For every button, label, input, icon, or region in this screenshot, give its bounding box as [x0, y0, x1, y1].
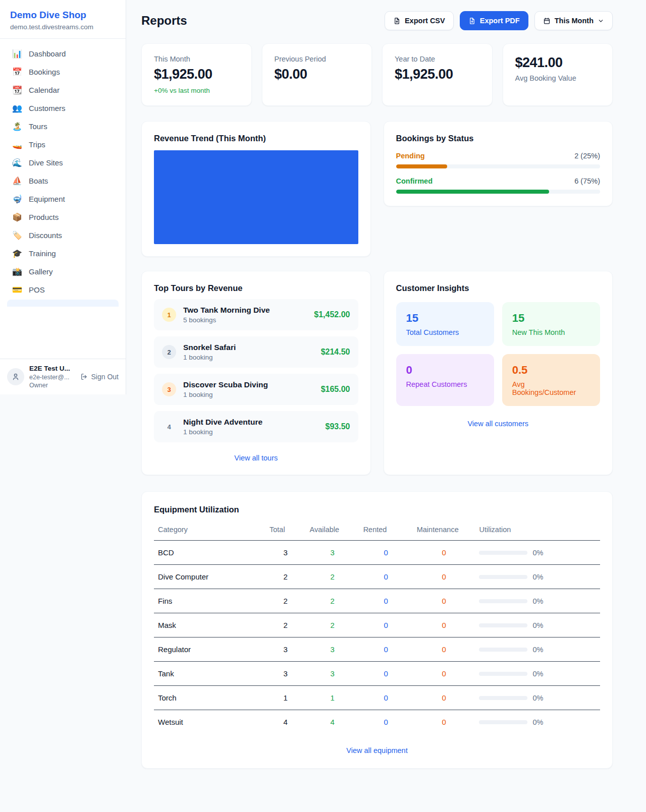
cell-total: 2 — [265, 589, 306, 613]
sidebar-item-products[interactable]: 📦 Products — [7, 209, 119, 225]
people-icon: 👥 — [12, 104, 22, 112]
stat-delta: +0% vs last month — [154, 87, 239, 94]
status-row-pending: Pending 2 (25%) — [396, 152, 601, 168]
tour-row: 3 Discover Scuba Diving 1 booking $165.0… — [154, 374, 358, 405]
sidebar-user-footer: E2E Test U... e2e-tester@... Owner Sign … — [0, 359, 126, 394]
utilization-bar — [479, 672, 527, 676]
cell-maintenance: 0 — [413, 662, 475, 686]
col-header-total: Total — [265, 523, 306, 541]
sailboat-icon: ⛵ — [12, 177, 22, 185]
cell-total: 4 — [265, 710, 306, 734]
equipment-header-row: Category Total Available Rented Maintena… — [154, 523, 600, 541]
insight-total-customers: 15 Total Customers — [396, 302, 494, 346]
user-email: e2e-tester@... — [29, 373, 75, 381]
insight-repeat-customers: 0 Repeat Customers — [396, 354, 494, 406]
tour-row: 2 Snorkel Safari 1 booking $214.50 — [154, 336, 358, 368]
view-all-equipment-link[interactable]: View all equipment — [346, 746, 407, 755]
sidebar-item-label: Trips — [29, 140, 45, 149]
stat-value: $1,925.00 — [395, 67, 480, 82]
sidebar-item-label: Dive Sites — [29, 158, 63, 167]
utilization-bar — [479, 696, 527, 700]
sidebar-item-tours[interactable]: 🏝️ Tours — [7, 118, 119, 135]
shop-domain: demo.test.divestreams.com — [10, 23, 116, 31]
bookings-by-status-title: Bookings by Status — [396, 134, 601, 143]
progress-track — [396, 190, 601, 194]
sidebar-item-equipment[interactable]: 🤿 Equipment — [7, 191, 119, 207]
charts-row: Revenue Trend (This Month) Bookings by S… — [141, 121, 613, 257]
sidebar-item-dive-sites[interactable]: 🌊 Dive Sites — [7, 154, 119, 171]
cell-maintenance: 0 — [413, 686, 475, 710]
insight-new-this-month: 15 New This Month — [502, 302, 600, 346]
insight-avg-bookings: 0.5 Avg Bookings/Customer — [502, 354, 600, 406]
user-role: Owner — [29, 381, 75, 389]
sidebar-item-reports-active[interactable] — [7, 300, 119, 307]
insight-value: 15 — [406, 312, 484, 325]
cell-category: Mask — [154, 613, 265, 637]
sidebar-item-calendar[interactable]: 📆 Calendar — [7, 82, 119, 98]
stat-label: This Month — [154, 55, 239, 63]
col-header-maintenance: Maintenance — [413, 523, 475, 541]
cell-category: Torch — [154, 686, 265, 710]
view-all-customers-link[interactable]: View all customers — [467, 420, 528, 428]
cell-available: 3 — [306, 637, 359, 662]
wave-icon: 🌊 — [12, 159, 22, 167]
sidebar-item-gallery[interactable]: 📸 Gallery — [7, 263, 119, 280]
sidebar-item-label: Training — [29, 249, 56, 258]
cell-utilization: 0% — [475, 710, 600, 734]
insights-grid: 15 Total Customers 15 New This Month 0 R… — [396, 302, 601, 406]
stats-row: This Month $1,925.00 +0% vs last month P… — [141, 43, 613, 106]
utilization-bar — [479, 599, 527, 603]
sidebar-item-boats[interactable]: ⛵ Boats — [7, 172, 119, 189]
tour-name: Two Tank Morning Dive — [183, 306, 270, 315]
cell-available: 4 — [306, 710, 359, 734]
sign-out-button[interactable]: Sign Out — [80, 373, 119, 381]
export-pdf-button[interactable]: Export PDF — [460, 11, 528, 30]
col-header-available: Available — [306, 523, 359, 541]
stat-value: $241.00 — [515, 55, 601, 71]
tour-name: Snorkel Safari — [183, 343, 236, 352]
sidebar-item-dashboard[interactable]: 📊 Dashboard — [7, 45, 119, 62]
tag-icon: 🏷️ — [12, 231, 22, 240]
cell-utilization: 0% — [475, 589, 600, 613]
cell-rented: 0 — [359, 613, 413, 637]
sidebar-item-customers[interactable]: 👥 Customers — [7, 100, 119, 117]
bookings-by-status-card: Bookings by Status Pending 2 (25%) Confi… — [384, 121, 613, 206]
stat-value: $1,925.00 — [154, 67, 239, 82]
cell-rented: 0 — [359, 710, 413, 734]
export-csv-button[interactable]: Export CSV — [385, 11, 454, 30]
sidebar-item-training[interactable]: 🎓 Training — [7, 245, 119, 262]
tour-amount: $1,452.00 — [314, 310, 350, 319]
credit-card-icon: 💳 — [12, 286, 22, 294]
status-label: Confirmed — [396, 177, 433, 185]
tour-amount: $165.00 — [321, 385, 350, 394]
cell-utilization: 0% — [475, 613, 600, 637]
sidebar-item-trips[interactable]: 🚤 Trips — [7, 136, 119, 153]
sidebar-item-discounts[interactable]: 🏷️ Discounts — [7, 227, 119, 244]
cell-maintenance: 0 — [413, 589, 475, 613]
table-row: Wetsuit 4 4 0 0 0% — [154, 710, 600, 734]
export-csv-label: Export CSV — [405, 17, 445, 25]
person-icon — [11, 372, 20, 381]
cell-rented: 0 — [359, 589, 413, 613]
tour-amount: $93.50 — [326, 422, 350, 431]
view-all-tours-link[interactable]: View all tours — [234, 454, 278, 462]
table-row: Torch 1 1 0 0 0% — [154, 686, 600, 710]
customer-insights-title: Customer Insights — [396, 283, 601, 293]
stat-card-year-to-date: Year to Date $1,925.00 — [382, 43, 493, 106]
top-tours-title: Top Tours by Revenue — [154, 283, 358, 293]
rank-badge: 3 — [162, 382, 176, 396]
rank-badge: 2 — [162, 345, 176, 359]
sidebar-item-bookings[interactable]: 📅 Bookings — [7, 64, 119, 80]
tour-bookings: 1 booking — [183, 391, 268, 398]
insight-label: Avg Bookings/Customer — [512, 380, 590, 396]
period-dropdown[interactable]: This Month — [534, 11, 613, 30]
table-row: Regulator 3 3 0 0 0% — [154, 637, 600, 662]
insight-value: 0 — [406, 364, 484, 377]
cell-total: 2 — [265, 613, 306, 637]
stat-label: Year to Date — [395, 55, 480, 63]
sidebar-item-label: Discounts — [29, 231, 62, 240]
sidebar-item-pos[interactable]: 💳 POS — [7, 281, 119, 298]
user-info: E2E Test U... e2e-tester@... Owner — [29, 364, 75, 389]
cell-total: 3 — [265, 662, 306, 686]
table-row: Dive Computer 2 2 0 0 0% — [154, 565, 600, 589]
